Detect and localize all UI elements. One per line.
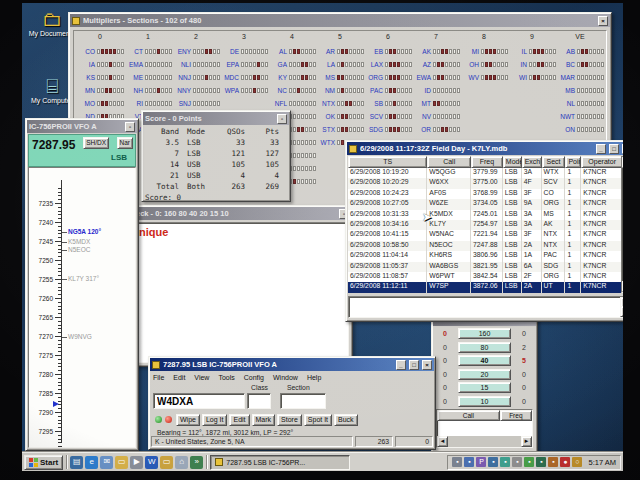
word-icon[interactable]: W — [145, 456, 158, 469]
tray-icon-11[interactable]: ○ — [572, 457, 582, 467]
band-button-15[interactable]: 15 — [458, 382, 511, 393]
tray-icon-7[interactable]: ▪ — [524, 457, 534, 467]
log-row[interactable]: 6/29/2008 10:41:15W5NAC7221.94LSB3FNTX1K… — [348, 230, 623, 240]
media-player-icon[interactable]: ▶ — [130, 456, 143, 469]
score-titlebar[interactable]: Score - 0 Points ▫ — [143, 112, 289, 125]
log-row[interactable]: 6/29/2008 11:05:37WA6BGS3821.95LSB6ASDG1… — [348, 262, 623, 272]
folders-icon[interactable]: ▭ — [115, 456, 128, 469]
maximize-icon[interactable]: □ — [609, 144, 619, 154]
scroll-down-icon[interactable]: ▼ — [622, 281, 623, 292]
log-column-header[interactable]: Operator — [581, 156, 623, 168]
bandmap-spot[interactable]: W9NVG — [68, 333, 92, 340]
log-row[interactable]: 6/29/2008 11:04:14KH6RS3806.96LSB1APAC1K… — [348, 251, 623, 261]
start-button[interactable]: Start — [24, 455, 63, 470]
log-row[interactable]: 6/29/2008 10:19:20W5QGG3779.99LSB3AWTX1K… — [348, 168, 623, 178]
show-desktop-icon[interactable]: ▤ — [70, 456, 83, 469]
folder2-icon[interactable]: ▭ — [160, 456, 173, 469]
section-input[interactable] — [280, 393, 326, 409]
edit-button[interactable]: Edit — [229, 414, 249, 426]
band-button-10[interactable]: 10 — [458, 396, 511, 407]
taskbar-task-button[interactable]: 7287.95 LSB IC-756PR... — [210, 455, 350, 470]
class-input[interactable] — [247, 393, 271, 409]
callsign-input[interactable] — [153, 393, 245, 409]
clock[interactable]: 5:17 AM — [584, 458, 616, 467]
log-column-header[interactable]: TS — [348, 156, 427, 168]
collapse-icon[interactable]: ▫ — [125, 122, 135, 132]
log-scrollbar[interactable]: ▲ ▼ — [621, 156, 623, 293]
log-row[interactable]: 6/29/2008 10:27:05W6ZE3734.05LSB9AORG1K7… — [348, 199, 623, 209]
ie-icon[interactable]: e — [85, 456, 98, 469]
log-row[interactable]: 6/29/2008 10:31:33K5MDX7245.01LSB3AMS1K7… — [348, 210, 623, 220]
band-button-20[interactable]: 20 — [458, 369, 511, 380]
bandmap-scale[interactable]: 7235724072457250725572607265727072757280… — [28, 167, 136, 448]
log-column-header[interactable]: Mode — [503, 156, 522, 168]
entry-titlebar[interactable]: 7287.95 LSB IC-756PROII VFO A _ □ × — [150, 358, 434, 371]
menu-help[interactable]: Help — [307, 374, 321, 381]
log-row[interactable]: 6/29/2008 11:12:11W7SP3872.06LSB2AUT1K7N… — [348, 282, 623, 292]
menu-config[interactable]: Config — [244, 374, 264, 381]
scroll-right-icon[interactable]: ► — [521, 436, 532, 447]
log-column-header[interactable]: Call — [427, 156, 471, 168]
tray-icon-1[interactable]: ▪ — [452, 457, 462, 467]
wipe-button[interactable]: Wipe — [176, 414, 200, 426]
minimize-icon[interactable]: _ — [596, 144, 606, 154]
scroll-up-icon[interactable]: ▲ — [622, 157, 623, 168]
tray-icon-2[interactable]: ▪ — [464, 457, 474, 467]
log-column-header[interactable]: Points — [565, 156, 581, 168]
horizontal-scrollbar[interactable]: ◄ ► — [437, 436, 532, 447]
tray-icon-9[interactable]: ▪ — [548, 457, 558, 467]
menu-view[interactable]: View — [194, 374, 209, 381]
tray-icon-3[interactable]: P — [476, 457, 486, 467]
menu-file[interactable]: File — [153, 374, 164, 381]
bandmap-spot[interactable]: NG5A 120° — [68, 228, 101, 235]
bandmap-spot[interactable]: KL7Y 317° — [68, 275, 99, 282]
shdx-button[interactable]: SH/DX — [83, 137, 109, 149]
menu-window[interactable]: Window — [273, 374, 298, 381]
launch-icon[interactable]: » — [190, 456, 203, 469]
freq-column-header[interactable]: Freq — [500, 410, 532, 421]
close-icon[interactable]: × — [598, 16, 608, 26]
menu-edit[interactable]: Edit — [173, 374, 185, 381]
log-titlebar[interactable]: 6/29/2008 11:17:32Z Field Day - K7LY.mdb… — [347, 142, 623, 155]
scroll-down-icon[interactable]: ▼ — [620, 306, 623, 317]
log-row[interactable]: 6/29/2008 11:08:57W6PWT3842.54LSB2FORG1K… — [348, 272, 623, 282]
minimize-icon[interactable]: _ — [396, 360, 406, 370]
tray-icon-4[interactable]: ▪ — [488, 457, 498, 467]
scroll-left-icon[interactable]: ◄ — [437, 436, 448, 447]
log-row[interactable]: 6/29/2008 10:20:29W6XX3775.00LSB4FSCV1K7… — [348, 178, 623, 188]
log-row[interactable]: 6/29/2008 10:58:50N5EOC7247.88LSB2ANTX1K… — [348, 241, 623, 251]
multipliers-titlebar[interactable]: Multipliers - Sections - 102 of 480 × — [70, 14, 610, 27]
bandmap-titlebar[interactable]: IC-756PROII VFO A ▫ — [27, 120, 137, 133]
check-titlebar[interactable]: Check - 0: 160 80 40 20 15 10 ▫ — [124, 207, 351, 220]
collapse-icon[interactable]: ▫ — [277, 114, 287, 124]
outlook-icon[interactable]: ✉ — [100, 456, 113, 469]
axis-tick-label: 7300 — [28, 447, 53, 449]
log-row[interactable]: 6/29/2008 10:24:23AF0S3768.99LSB3FCO1K7N… — [348, 189, 623, 199]
log-column-header[interactable]: Exch — [522, 156, 542, 168]
log-row[interactable]: 6/29/2008 10:34:16KL7Y7254.97LSB3AAK1K7N… — [348, 220, 623, 230]
store-button[interactable]: Store — [277, 414, 302, 426]
bandmap-spot[interactable]: N5EOC — [68, 246, 90, 253]
maximize-icon[interactable]: □ — [409, 360, 419, 370]
tray-icon-10[interactable]: ● — [560, 457, 570, 467]
tray-icon-5[interactable]: ▪ — [500, 457, 510, 467]
log-it-button[interactable]: Log It — [202, 414, 228, 426]
log-column-header[interactable]: Sect — [542, 156, 566, 168]
mark-button[interactable]: Mark — [252, 414, 276, 426]
tray-icon-8[interactable]: ▪ — [536, 457, 546, 467]
spot-it-button[interactable]: Spot It — [304, 414, 332, 426]
log-column-header[interactable]: Freq — [471, 156, 503, 168]
band-button-80[interactable]: 80 — [458, 342, 511, 353]
close-icon[interactable]: × — [422, 360, 432, 370]
band-button-40[interactable]: 40 — [458, 355, 511, 366]
bandmap-spot[interactable]: K5MDX — [68, 238, 90, 245]
buck-button[interactable]: Buck — [334, 414, 358, 426]
close-icon[interactable]: × — [622, 144, 623, 154]
call-column-header[interactable]: Call — [437, 410, 500, 421]
pane-scrollbar[interactable]: ▲ ▼ — [620, 297, 623, 317]
band-button-160[interactable]: 160 — [458, 328, 511, 339]
menu-tools[interactable]: Tools — [218, 374, 234, 381]
nar-button[interactable]: Nar — [117, 137, 133, 149]
tray-icon-6[interactable]: ▪ — [512, 457, 522, 467]
home-icon[interactable]: ⌂ — [175, 456, 188, 469]
